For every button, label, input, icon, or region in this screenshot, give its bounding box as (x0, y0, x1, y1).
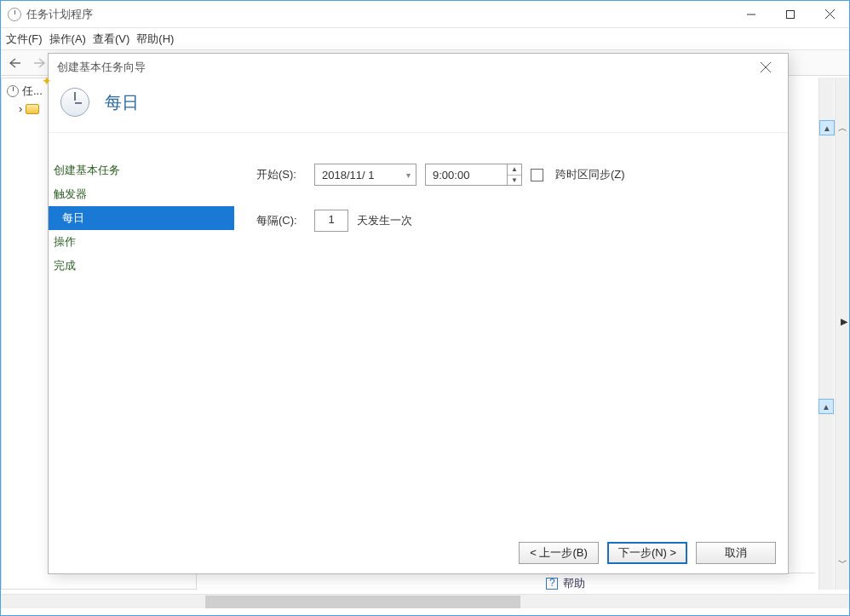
back-icon[interactable] (4, 54, 25, 72)
cancel-button[interactable]: 取消 (696, 542, 776, 564)
wizard-nav: 创建基本任务 触发器 每日 操作 完成 (49, 140, 234, 533)
start-date-value: 2018/11/ 1 (322, 169, 374, 181)
spinner-down-icon[interactable]: ▼ (508, 176, 521, 186)
dialog-title: 创建基本任务向导 (57, 60, 752, 75)
outer-close-button[interactable] (810, 1, 849, 27)
start-time-value: 9:00:00 (433, 169, 469, 181)
scroll-up-icon[interactable]: ▲ (819, 120, 835, 135)
next-button[interactable]: 下一步(N) > (607, 542, 687, 564)
menu-action[interactable]: 操作(A) (49, 32, 86, 47)
clock-icon (7, 85, 19, 97)
nav-action[interactable]: 操作 (49, 230, 234, 254)
start-label: 开始(S): (256, 167, 306, 182)
nav-daily[interactable]: 每日 (49, 206, 234, 230)
scroll-up2-icon[interactable]: ▲ (818, 399, 834, 414)
app-title: 任务计划程序 (26, 7, 732, 22)
chevron-up-icon[interactable]: ︿ (838, 122, 847, 135)
nav-trigger[interactable]: 触发器 (49, 182, 234, 206)
svg-rect-0 (787, 10, 795, 18)
tree-root-label: 任... (22, 83, 43, 99)
sync-timezone-label: 跨时区同步(Z) (555, 167, 625, 182)
h-scrollbar[interactable] (1, 594, 849, 608)
bottom-help-label: 帮助 (563, 576, 585, 591)
menu-file[interactable]: 文件(F) (6, 32, 43, 47)
back-button[interactable]: < 上一步(B) (519, 542, 599, 564)
dialog-close-button[interactable] (752, 55, 779, 79)
start-date-input[interactable]: 2018/11/ 1 ▾ (314, 164, 416, 186)
interval-suffix: 天发生一次 (357, 213, 412, 228)
sync-timezone-checkbox[interactable] (531, 169, 543, 181)
dialog-heading: 每日 (105, 91, 139, 114)
separator (49, 132, 788, 133)
scrollbar-inner[interactable]: ▲ ▲ (818, 78, 834, 590)
dialog-footer: < 上一步(B) 下一步(N) > 取消 (49, 533, 788, 573)
new-star-icon: ✦ (42, 74, 52, 88)
start-time-input[interactable]: 9:00:00 (425, 164, 507, 186)
menubar: 文件(F) 操作(A) 查看(V) 帮助(H) (1, 28, 849, 50)
wizard-content: 开始(S): 2018/11/ 1 ▾ 9:00:00 ▲ ▼ 跨时区同步(Z) (234, 140, 788, 533)
spinner-up-icon[interactable]: ▲ (508, 164, 521, 176)
interval-input[interactable]: 1 (314, 210, 348, 232)
folder-icon (26, 104, 39, 114)
outer-titlebar: 任务计划程序 (1, 1, 849, 28)
nav-create-basic-task[interactable]: 创建基本任务 (49, 158, 234, 182)
dialog-header: ✦ 每日 (49, 81, 788, 132)
h-scroll-thumb[interactable] (205, 596, 520, 608)
date-dropdown-icon[interactable]: ▾ (406, 170, 411, 180)
create-basic-task-wizard: 创建基本任务向导 ✦ 每日 创建基本任务 触发器 每日 操作 完成 开始(S):… (48, 53, 789, 574)
help-icon[interactable] (546, 578, 558, 590)
bottom-strip: 帮助 (205, 573, 815, 593)
menu-help[interactable]: 帮助(H) (136, 32, 174, 47)
chevron-down-icon[interactable]: ﹀ (838, 556, 847, 569)
menu-view[interactable]: 查看(V) (93, 32, 129, 47)
interval-label: 每隔(C): (256, 213, 306, 228)
time-spinner[interactable]: ▲ ▼ (507, 164, 522, 186)
dialog-titlebar: 创建基本任务向导 (49, 54, 788, 81)
wizard-clock-icon (60, 88, 89, 117)
minimize-button[interactable] (732, 1, 771, 27)
chevron-right-icon[interactable]: ▶ (841, 316, 847, 327)
maximize-button[interactable] (771, 1, 810, 27)
nav-finish[interactable]: 完成 (49, 254, 234, 278)
tree-expander-icon[interactable]: › (19, 102, 22, 115)
scrollbar-outer[interactable]: ︿ ▶ ﹀ (835, 78, 849, 590)
app-clock-icon (8, 8, 21, 21)
right-rail: ▲ ▲ ︿ ▶ ﹀ (817, 78, 849, 590)
